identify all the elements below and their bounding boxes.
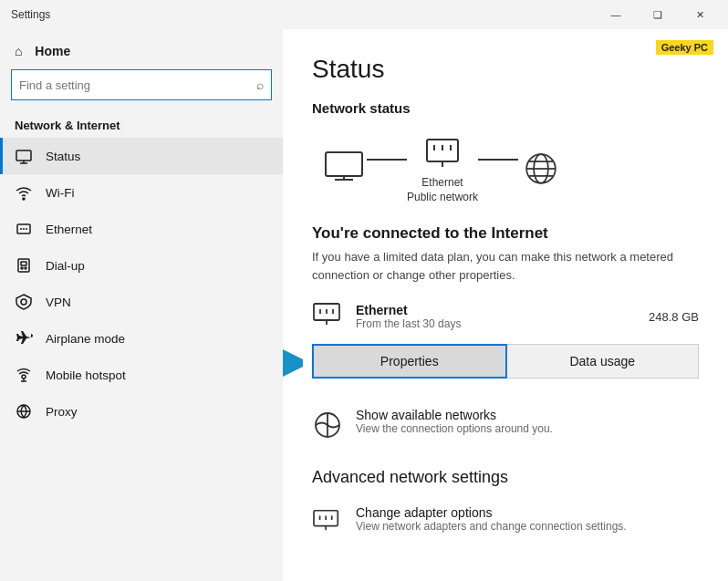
svg-point-3 [23,198,25,200]
properties-button[interactable]: Properties [312,344,507,379]
svg-point-10 [21,267,23,269]
sidebar-item-status-label: Status [46,150,80,163]
sidebar-home[interactable]: ⌂ Home [0,29,283,66]
change-adapter-row[interactable]: Change adapter options View network adap… [312,498,699,545]
search-icon: ⌕ [256,78,264,92]
page-title: Status [312,55,699,84]
minimize-button[interactable]: — [595,0,637,29]
airplane-icon [15,329,33,348]
sidebar-item-wifi[interactable]: Wi-Fi [0,174,283,211]
ethernet-row-info: Ethernet From the last 30 days [356,303,638,330]
ethernet-row-icon [312,300,345,333]
svg-point-12 [21,299,26,305]
arrow-annotation [283,346,303,380]
sidebar-item-dialup-label: Dial-up [46,259,85,273]
change-adapter-text: Change adapter options View network adap… [356,505,627,533]
sidebar-item-vpn[interactable]: VPN [0,284,283,320]
ethernet-data: 248.8 GB [649,310,699,324]
sidebar-item-dialup[interactable]: Dial-up [0,247,283,284]
ethernet-diagram-label: Ethernet Public network [407,176,478,204]
arrow-icon [283,346,303,380]
show-networks-icon [312,408,343,444]
sidebar-item-airplane[interactable]: Airplane mode [0,320,283,357]
app-body: ⌂ Home ⌕ Network & Internet Status [0,29,728,581]
sidebar-item-hotspot-label: Mobile hotspot [46,368,126,382]
proxy-icon [15,402,33,420]
ethernet-name: Ethernet [356,303,638,317]
advanced-title: Advanced network settings [312,468,699,487]
main-content: Geeky PC Status Network status [283,29,728,581]
change-adapter-desc: View network adapters and change connect… [356,520,627,533]
buttons-row: Properties Data usage [312,344,699,379]
sidebar-item-ethernet[interactable]: Ethernet [0,211,283,247]
hotspot-icon [15,366,33,384]
line-1 [367,159,407,161]
network-status-title: Network status [312,100,699,116]
sidebar-item-wifi-label: Wi-Fi [46,186,74,200]
dialup-icon [15,256,33,275]
titlebar: Settings — ❑ ✕ [0,0,728,29]
status-icon [15,147,33,165]
sidebar: ⌂ Home ⌕ Network & Internet Status [0,29,283,581]
line-2 [478,159,518,161]
sidebar-item-ethernet-label: Ethernet [46,223,92,236]
window-controls: — ❑ ✕ [595,0,721,29]
connection-desc: If you have a limited data plan, you can… [312,248,677,284]
show-networks-text: Show available networks View the connect… [356,408,553,435]
svg-rect-9 [21,262,26,265]
change-adapter-title: Change adapter options [356,505,627,520]
search-input[interactable] [19,78,256,92]
network-diagram: Ethernet Public network [312,132,699,204]
ethernet-sub: From the last 30 days [356,317,638,330]
sidebar-item-status[interactable]: Status [0,138,283,174]
change-adapter-icon [312,505,343,538]
globe-diagram-icon [518,149,564,189]
pc-diagram-icon [321,149,367,189]
close-button[interactable]: ✕ [679,0,721,29]
vpn-icon [15,293,33,311]
sidebar-item-vpn-label: VPN [46,296,71,309]
maximize-button[interactable]: ❑ [637,0,679,29]
app-title: Settings [11,8,50,21]
sidebar-section-title: Network & Internet [0,111,283,138]
sidebar-item-hotspot[interactable]: Mobile hotspot [0,357,283,393]
sidebar-item-proxy-label: Proxy [46,405,78,419]
sidebar-item-proxy[interactable]: Proxy [0,393,283,430]
watermark: Geeky PC [656,40,713,55]
show-networks-row[interactable]: Show available networks View the connect… [312,399,699,453]
home-icon: ⌂ [15,44,22,58]
wifi-icon [15,183,33,202]
show-networks-title: Show available networks [356,408,553,422]
svg-point-13 [22,375,26,379]
svg-rect-0 [16,150,31,161]
show-networks-desc: View the connection options around you. [356,422,553,435]
connection-title: You're connected to the Internet [312,224,699,243]
svg-rect-18 [326,152,362,176]
data-usage-button[interactable]: Data usage [507,344,700,379]
svg-point-11 [25,267,26,269]
sidebar-item-airplane-label: Airplane mode [46,332,125,346]
ethernet-icon [15,220,33,238]
search-box[interactable]: ⌕ [11,69,272,100]
ethernet-row: Ethernet From the last 30 days 248.8 GB [312,300,699,333]
ethernet-diagram-icon: Ethernet Public network [407,132,478,204]
